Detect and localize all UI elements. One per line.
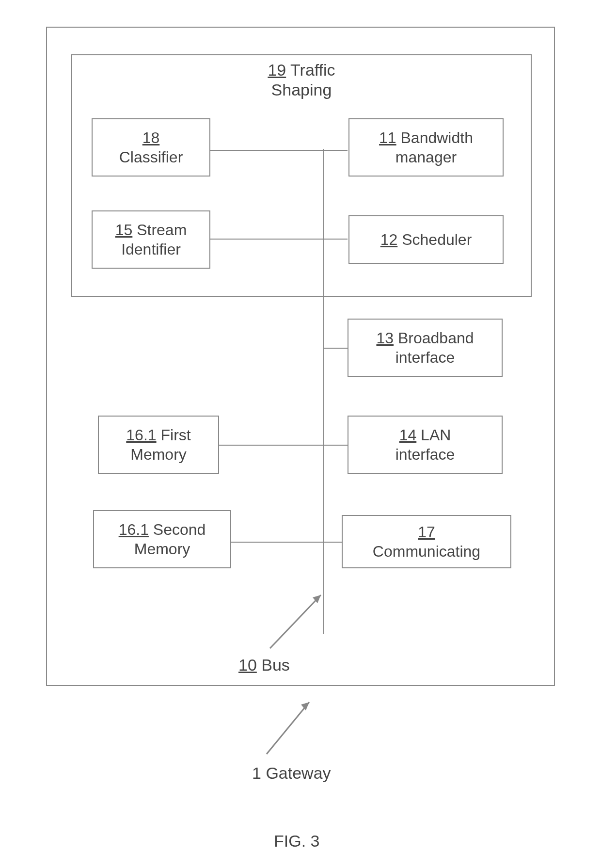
second-memory-label1: Second	[153, 521, 206, 538]
lan-interface-num: 14	[399, 426, 417, 444]
stream-identifier-module: 15 Stream Identifier	[92, 210, 210, 269]
broadband-interface-num: 13	[376, 329, 394, 347]
scheduler-num: 12	[380, 231, 398, 248]
traffic-shaping-label1: Traffic	[290, 61, 335, 79]
gateway-arrow-icon	[257, 693, 320, 756]
traffic-shaping-num: 19	[268, 61, 286, 79]
broadband-interface-label1: Broadband	[398, 329, 474, 347]
second-memory-module: 16.1 Second Memory	[93, 510, 231, 568]
gateway-label-text: Gateway	[266, 764, 331, 782]
svg-line-0	[270, 595, 321, 648]
svg-marker-3	[301, 702, 309, 710]
lan-interface-module: 14 LAN interface	[348, 416, 503, 474]
classifier-num: 18	[142, 129, 160, 146]
bus-label: 10 Bus	[238, 656, 290, 675]
stream-identifier-label1: Stream	[137, 221, 187, 239]
traffic-shaping-box: 19 Traffic Shaping 18 Classifier 11 Band…	[71, 54, 532, 297]
bandwidth-manager-label2: manager	[395, 147, 457, 167]
classifier-label: Classifier	[119, 147, 183, 167]
scheduler-module: 12 Scheduler	[348, 215, 504, 264]
traffic-shaping-label2: Shaping	[271, 80, 332, 99]
communicating-label: Communicating	[373, 542, 480, 561]
first-memory-num: 16.1	[126, 426, 156, 444]
connector-row4	[219, 445, 348, 446]
connector-broadband	[323, 348, 348, 349]
bandwidth-manager-label1: Bandwidth	[401, 129, 473, 146]
second-memory-num: 16.1	[119, 521, 149, 538]
first-memory-label2: Memory	[130, 445, 187, 464]
broadband-interface-module: 13 Broadband interface	[348, 319, 503, 377]
bus-label-text: Bus	[261, 656, 290, 674]
svg-line-2	[267, 702, 309, 754]
first-memory-label1: First	[160, 426, 190, 444]
second-memory-label2: Memory	[134, 539, 190, 559]
scheduler-label: Scheduler	[402, 231, 472, 248]
bus-arrow-icon	[265, 588, 328, 651]
lan-interface-label2: interface	[395, 445, 455, 464]
bus-num: 10	[238, 656, 257, 674]
broadband-interface-label2: interface	[395, 348, 455, 367]
traffic-shaping-title: 19 Traffic Shaping	[268, 60, 335, 100]
communicating-module: 17 Communicating	[342, 515, 511, 568]
diagram-page: 19 Traffic Shaping 18 Classifier 11 Band…	[0, 0, 601, 868]
gateway-label: 1 Gateway	[252, 764, 331, 783]
lan-interface-label1: LAN	[421, 426, 451, 444]
gateway-outer-box: 19 Traffic Shaping 18 Classifier 11 Band…	[46, 27, 555, 686]
figure-label: FIG. 3	[274, 832, 319, 851]
connector-row5	[231, 542, 343, 543]
stream-identifier-num: 15	[115, 221, 133, 239]
stream-identifier-label2: Identifier	[121, 240, 181, 259]
bandwidth-manager-module: 11 Bandwidth manager	[348, 118, 504, 177]
first-memory-module: 16.1 First Memory	[98, 416, 219, 474]
gateway-num: 1	[252, 764, 261, 782]
bandwidth-manager-num: 11	[379, 129, 396, 146]
communicating-num: 17	[418, 523, 435, 541]
classifier-module: 18 Classifier	[92, 118, 210, 177]
